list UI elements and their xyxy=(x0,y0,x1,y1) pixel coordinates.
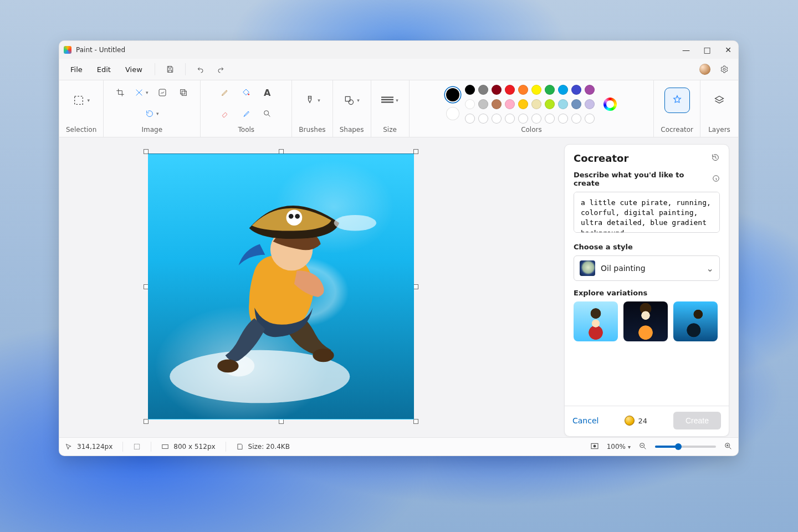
swatch[interactable] xyxy=(505,99,515,109)
select-tool[interactable] xyxy=(69,88,94,112)
sel-handle-sw[interactable] xyxy=(144,419,149,424)
prompt-label: Describe what you'd like to create xyxy=(574,171,709,187)
zoom-slider[interactable] xyxy=(655,446,716,448)
sel-handle-se[interactable] xyxy=(413,419,418,424)
menu-file[interactable]: File xyxy=(65,62,88,77)
swatch[interactable] xyxy=(465,85,475,95)
swatch-empty[interactable] xyxy=(545,114,555,124)
swatch-empty[interactable] xyxy=(492,114,502,124)
swatch[interactable] xyxy=(545,99,555,109)
cancel-link[interactable]: Cancel xyxy=(572,416,598,425)
layers-toggle[interactable] xyxy=(707,88,732,112)
info-icon[interactable] xyxy=(712,175,720,184)
swatch-empty[interactable] xyxy=(505,114,515,124)
swatch-empty[interactable] xyxy=(585,114,595,124)
fit-to-window-button[interactable] xyxy=(590,442,599,452)
pencil-tool[interactable] xyxy=(217,85,233,100)
prompt-input[interactable] xyxy=(574,192,720,233)
layers-small-tool[interactable] xyxy=(176,85,191,100)
svg-point-15 xyxy=(313,349,334,362)
svg-point-13 xyxy=(289,214,294,219)
undo-button[interactable] xyxy=(192,62,209,77)
text-tool[interactable]: A xyxy=(259,85,275,100)
credits-count: 24 xyxy=(638,417,647,425)
canvas-viewport[interactable]: Cocreator Describe what you'd like to cr… xyxy=(59,137,738,437)
canvas-image[interactable] xyxy=(148,154,414,420)
swatch[interactable] xyxy=(558,99,568,109)
swatch[interactable] xyxy=(492,99,502,109)
swatch[interactable] xyxy=(585,85,595,95)
swatch-empty[interactable] xyxy=(531,114,541,124)
swatch-empty[interactable] xyxy=(558,114,568,124)
fill-tool[interactable] xyxy=(238,85,254,100)
swatch-empty[interactable] xyxy=(478,114,488,124)
swatch-empty[interactable] xyxy=(465,114,475,124)
ribbon-group-tools: A Tools xyxy=(201,80,292,137)
menubar: File Edit View xyxy=(59,59,738,80)
settings-button[interactable] xyxy=(716,62,733,77)
statusbar: 314,124px 800 x 512px Size: 20.4KB 100% xyxy=(59,437,738,456)
ribbon-label-layers: Layers xyxy=(708,126,730,134)
cocreator-toggle[interactable] xyxy=(665,88,689,112)
menu-edit[interactable]: Edit xyxy=(91,62,116,77)
variation-2[interactable] xyxy=(623,301,668,341)
brush-tool[interactable] xyxy=(300,88,324,112)
zoom-select[interactable]: 100% xyxy=(607,443,631,451)
create-button[interactable]: Create xyxy=(673,412,721,429)
color-2[interactable] xyxy=(446,107,459,120)
swatch[interactable] xyxy=(492,85,502,95)
swatch[interactable] xyxy=(478,99,488,109)
coin-icon xyxy=(625,416,635,426)
image-gen-tool[interactable] xyxy=(155,85,170,100)
rotate-tool[interactable] xyxy=(144,106,160,121)
style-select[interactable]: Oil painting ⌄ xyxy=(574,255,720,281)
redo-button[interactable] xyxy=(212,62,229,77)
maximize-button[interactable]: □ xyxy=(702,41,713,59)
style-thumb-icon xyxy=(580,260,595,276)
swatch-empty[interactable] xyxy=(571,114,581,124)
color-1[interactable] xyxy=(446,88,459,101)
swatch[interactable] xyxy=(531,85,541,95)
swatch[interactable] xyxy=(505,85,515,95)
ribbon-group-colors: Colors xyxy=(410,80,654,137)
variation-1[interactable] xyxy=(574,301,618,341)
close-button[interactable]: ✕ xyxy=(723,41,734,59)
ribbon-group-shapes: Shapes xyxy=(333,80,371,137)
swatch[interactable] xyxy=(518,85,528,95)
resize-tool[interactable] xyxy=(134,85,149,100)
save-button[interactable] xyxy=(162,62,178,77)
svg-rect-3 xyxy=(181,90,185,94)
swatch[interactable] xyxy=(558,85,568,95)
magnifier-tool[interactable] xyxy=(259,106,275,121)
zoom-in-button[interactable] xyxy=(724,442,733,452)
swatch[interactable] xyxy=(585,99,595,109)
color-picker-tool[interactable] xyxy=(238,106,254,121)
edit-colors-button[interactable] xyxy=(603,98,617,111)
eraser-tool[interactable] xyxy=(217,106,233,121)
swatch[interactable] xyxy=(518,99,528,109)
sel-handle-e[interactable] xyxy=(413,284,418,289)
minimize-button[interactable]: — xyxy=(681,41,692,59)
swatch[interactable] xyxy=(571,85,581,95)
variation-3[interactable] xyxy=(673,301,718,341)
swatch[interactable] xyxy=(465,99,475,109)
file-size: Size: 20.4KB xyxy=(236,443,290,451)
zoom-out-button[interactable] xyxy=(638,442,647,452)
swatch[interactable] xyxy=(545,85,555,95)
menu-view[interactable]: View xyxy=(120,62,148,77)
shapes-tool[interactable] xyxy=(340,88,364,112)
sel-handle-ne[interactable] xyxy=(413,149,418,154)
user-avatar[interactable] xyxy=(699,64,710,75)
ribbon-label-tools: Tools xyxy=(238,126,255,134)
history-icon[interactable] xyxy=(711,153,720,164)
svg-point-6 xyxy=(264,111,269,115)
ribbon-group-selection: Selection xyxy=(59,80,104,137)
swatch[interactable] xyxy=(478,85,488,95)
sel-handle-s[interactable] xyxy=(279,419,284,424)
size-tool[interactable] xyxy=(378,88,402,112)
swatch[interactable] xyxy=(531,99,541,109)
swatch-empty[interactable] xyxy=(518,114,528,124)
svg-point-0 xyxy=(723,68,725,70)
swatch[interactable] xyxy=(571,99,581,109)
crop-tool[interactable] xyxy=(112,85,128,100)
